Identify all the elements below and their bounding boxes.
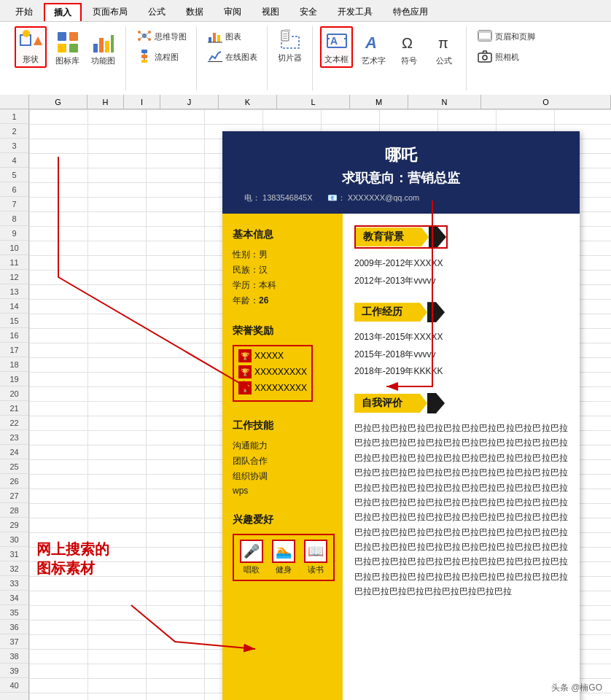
svg-text:π: π xyxy=(438,35,448,51)
row-num-21: 21 xyxy=(0,401,28,416)
resume-left-column: 基本信息 性别：男 民族：汉 学历：本科 年龄：26 荣誉奖励 🏆 XXXXX xyxy=(222,214,343,700)
col-N[interactable]: N xyxy=(408,95,481,109)
chart-button[interactable]: 图表 xyxy=(204,26,260,45)
reading-label: 读书 xyxy=(308,564,324,575)
tab-special[interactable]: 特色应用 xyxy=(384,3,437,21)
svg-rect-32 xyxy=(283,34,287,34)
formula-icon: π xyxy=(432,31,456,54)
hobby-singing: 🎤 唱歌 xyxy=(240,540,263,575)
shapes-group: 形状 图标库 xyxy=(7,26,126,90)
col-M[interactable]: M xyxy=(350,95,408,109)
phone-value: 1383546845X xyxy=(262,193,313,202)
tab-review[interactable]: 审阅 xyxy=(214,3,251,21)
skill-3: 组织协调 xyxy=(233,470,332,483)
work-section: 工作经历 2013年-2015年XXXXX 2015年-2018年vvvvv 2… xyxy=(354,302,568,380)
svg-text:A: A xyxy=(330,35,338,47)
row-num-36: 36 xyxy=(0,620,28,634)
singing-label: 唱歌 xyxy=(244,564,260,575)
svg-rect-26 xyxy=(213,33,216,42)
col-J[interactable]: J xyxy=(160,95,219,109)
hobbies-title: 兴趣爱好 xyxy=(233,513,332,526)
resume-right-column: 教育背景 2009年-2012年XXXXX 2012年-2013年vvvvv xyxy=(343,214,580,700)
award-icon-1: 🏆 xyxy=(238,349,252,362)
svg-rect-22 xyxy=(141,60,147,63)
row-num-13: 13 xyxy=(0,284,28,299)
work-item-2: 2015年-2018年vvvvv xyxy=(354,347,568,363)
row-num-2: 2 xyxy=(0,124,28,139)
education-field: 学历：本科 xyxy=(233,279,332,292)
flowchart-button[interactable]: 流程图 xyxy=(133,47,189,66)
tab-view[interactable]: 视图 xyxy=(252,3,289,21)
symbol-button[interactable]: Ω 符号 xyxy=(394,29,424,68)
mindmap-small-group: 思维导图 流程图 xyxy=(133,26,189,66)
singing-icon: 🎤 xyxy=(240,540,263,563)
function-chart-button[interactable]: 功能图 xyxy=(88,29,118,68)
cutpaste-button[interactable]: 切片器 xyxy=(275,26,305,65)
row-num-5: 5 xyxy=(0,168,28,182)
header-button[interactable]: 页眉和页脚 xyxy=(474,26,537,45)
tab-data[interactable]: 数据 xyxy=(176,3,213,21)
tab-start[interactable]: 开始 xyxy=(6,3,42,21)
mindmap-label: 思维导图 xyxy=(155,31,187,42)
row-num-31: 31 xyxy=(0,547,28,561)
svg-rect-27 xyxy=(217,35,220,42)
online-chart-button[interactable]: 在线图表 xyxy=(204,47,260,66)
header-label: 页眉和页脚 xyxy=(495,31,535,42)
row-num-6: 6 xyxy=(0,182,28,197)
work-title-box: 工作经历 xyxy=(354,303,427,322)
textbox-items: A 文本框 A 艺术字 xyxy=(320,26,459,68)
hobby-icons-container: 🎤 唱歌 🏊 健身 📖 读书 xyxy=(233,534,332,581)
row-num-27: 27 xyxy=(0,489,28,503)
col-I[interactable]: I xyxy=(124,95,160,109)
watermark: 头条 @楠GO xyxy=(551,682,602,694)
row-num-4: 4 xyxy=(0,153,28,168)
function-chart-icon xyxy=(92,31,115,54)
wordart-label: 艺术字 xyxy=(362,55,386,66)
svg-rect-31 xyxy=(284,29,290,32)
wordart-button[interactable]: A 艺术字 xyxy=(359,29,389,68)
tab-devtools[interactable]: 开发工具 xyxy=(328,3,382,21)
mindmap-button[interactable]: 思维导图 xyxy=(133,26,189,45)
shape-button[interactable]: 形状 xyxy=(15,26,47,68)
row-num-3: 3 xyxy=(0,139,28,153)
shape-label: 形状 xyxy=(23,54,39,65)
tab-layout[interactable]: 页面布局 xyxy=(83,3,137,21)
award-item-1: 🏆 XXXXX xyxy=(238,349,307,362)
tab-security[interactable]: 安全 xyxy=(290,3,327,21)
award-text-3: XXXXXXXXX xyxy=(254,383,307,393)
camera-label: 照相机 xyxy=(495,52,519,63)
header-icon xyxy=(476,27,494,44)
tab-insert[interactable]: 插入 xyxy=(44,3,82,21)
age-field: 年龄：26 xyxy=(233,295,332,307)
edu-item-1: 2009年-2012年XXXXX xyxy=(354,256,568,272)
svg-rect-4 xyxy=(69,32,78,41)
annotation-icon-label: 网上搜索的图标素材 xyxy=(36,540,109,578)
row-num-34: 34 xyxy=(0,591,28,605)
col-O[interactable]: O xyxy=(481,95,611,109)
col-K[interactable]: K xyxy=(219,95,277,109)
reading-icon: 📖 xyxy=(304,540,327,563)
row-num-22: 22 xyxy=(0,416,28,430)
ribbon-tabs: 开始 插入 页面布局 公式 数据 审阅 视图 安全 开发工具 特色应用 xyxy=(0,0,611,22)
col-H[interactable]: H xyxy=(87,95,124,109)
icon-library-button[interactable]: 图标库 xyxy=(52,29,82,68)
col-G[interactable]: G xyxy=(29,95,87,109)
formula-label: 公式 xyxy=(436,55,452,66)
chart-label: 图表 xyxy=(225,31,241,42)
camera-button[interactable]: 照相机 xyxy=(474,47,537,66)
symbol-icon: Ω xyxy=(397,31,421,54)
online-chart-icon xyxy=(206,47,224,65)
svg-rect-9 xyxy=(105,41,109,52)
row-num-23: 23 xyxy=(0,430,28,445)
ribbon-content: 形状 图标库 xyxy=(0,22,611,95)
self-eval-section: 自我评价 巴拉巴拉巴拉巴拉巴拉巴拉巴拉巴拉巴拉巴拉巴拉巴拉巴拉巴拉巴拉巴拉巴拉巴… xyxy=(354,393,568,599)
formula-button[interactable]: π 公式 xyxy=(429,29,459,68)
col-L[interactable]: L xyxy=(277,95,350,109)
tab-formula[interactable]: 公式 xyxy=(139,3,175,21)
email-label: 📧： xyxy=(327,193,346,202)
svg-rect-10 xyxy=(111,35,114,52)
education-title-box: 教育背景 xyxy=(356,228,429,246)
award-text-2: XXXXXXXXX xyxy=(254,367,307,377)
flowchart-label: 流程图 xyxy=(155,52,179,63)
textbox-button[interactable]: A 文本框 xyxy=(320,26,353,68)
